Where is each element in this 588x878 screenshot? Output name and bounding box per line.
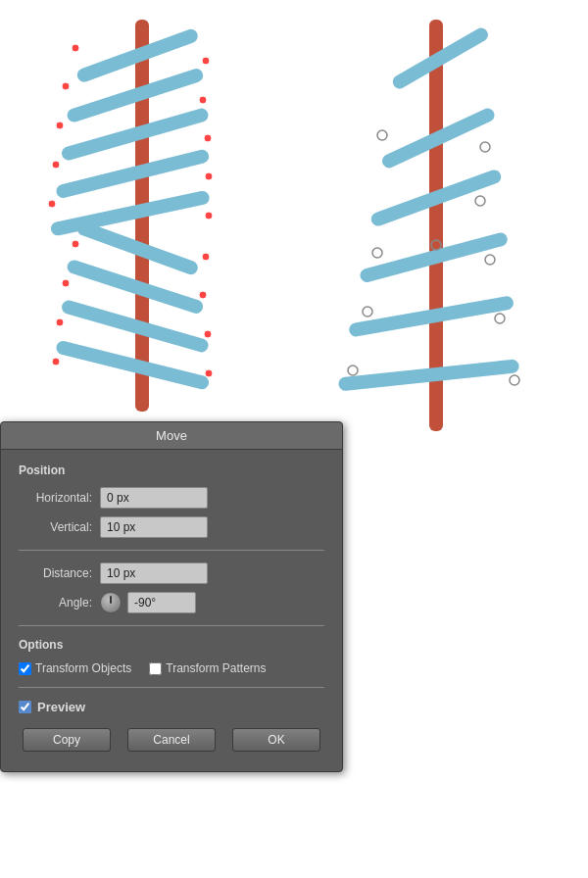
cancel-button[interactable]: Cancel (127, 728, 216, 752)
svg-rect-5 (50, 190, 211, 237)
horizontal-input[interactable] (100, 487, 208, 509)
svg-point-40 (363, 307, 372, 317)
transform-objects-checkbox[interactable] (19, 662, 31, 675)
preview-row: Preview (19, 700, 324, 714)
canvas-area (0, 0, 588, 431)
transform-patterns-text: Transform Patterns (166, 661, 266, 675)
svg-point-13 (199, 96, 207, 104)
transform-objects-text: Transform Objects (35, 661, 131, 675)
ok-button[interactable]: OK (232, 728, 320, 752)
svg-point-38 (372, 248, 382, 258)
svg-point-15 (204, 134, 212, 142)
position-section-label: Position (19, 463, 324, 477)
svg-point-14 (56, 122, 64, 129)
svg-point-27 (205, 369, 213, 377)
svg-point-42 (348, 366, 358, 375)
horizontal-label: Horizontal: (19, 491, 92, 505)
angle-input[interactable] (127, 592, 196, 613)
svg-point-37 (475, 196, 485, 206)
svg-point-10 (72, 44, 79, 52)
svg-point-20 (72, 240, 79, 248)
options-section: Options Transform Objects Transform Patt… (19, 638, 324, 675)
svg-point-22 (62, 279, 70, 287)
move-dialog: Move Position Horizontal: Vertical: Dist… (0, 421, 343, 772)
divider-3 (19, 687, 324, 688)
svg-point-36 (485, 255, 495, 265)
preview-checkbox[interactable] (19, 701, 31, 713)
transform-patterns-checkbox[interactable] (149, 662, 162, 675)
angle-label: Angle: (19, 596, 92, 610)
svg-point-39 (495, 314, 505, 323)
svg-point-12 (62, 82, 70, 90)
dialog-buttons: Copy Cancel OK (19, 728, 324, 752)
tree-left (44, 20, 240, 415)
divider-1 (19, 550, 324, 551)
angle-dial[interactable] (100, 592, 122, 613)
transform-objects-label[interactable]: Transform Objects (19, 661, 131, 675)
svg-point-19 (205, 212, 213, 220)
vertical-input[interactable] (100, 516, 208, 538)
svg-point-43 (377, 130, 387, 140)
svg-point-41 (510, 375, 519, 385)
divider-2 (19, 625, 324, 626)
svg-point-24 (56, 318, 64, 326)
dialog-title: Move (156, 428, 187, 443)
preview-label: Preview (37, 700, 85, 714)
svg-rect-34 (338, 359, 519, 391)
svg-point-26 (52, 358, 60, 366)
options-label: Options (19, 638, 324, 652)
angle-row: Angle: (19, 592, 324, 613)
dialog-body: Position Horizontal: Vertical: Distance:… (1, 450, 342, 771)
vertical-label: Vertical: (19, 520, 92, 534)
svg-point-18 (48, 200, 56, 208)
transform-patterns-label[interactable]: Transform Patterns (149, 661, 266, 675)
svg-point-25 (204, 330, 212, 338)
distance-row: Distance: (19, 562, 324, 584)
svg-point-44 (480, 142, 490, 152)
tree-right (328, 20, 544, 434)
horizontal-row: Horizontal: (19, 487, 324, 509)
svg-point-11 (202, 57, 210, 65)
svg-point-16 (52, 161, 60, 169)
svg-point-23 (199, 291, 207, 299)
svg-point-17 (205, 172, 213, 180)
distance-input[interactable] (100, 562, 208, 584)
options-row: Transform Objects Transform Patterns (19, 661, 324, 675)
distance-label: Distance: (19, 566, 92, 580)
svg-point-21 (202, 253, 210, 261)
vertical-row: Vertical: (19, 516, 324, 538)
copy-button[interactable]: Copy (23, 728, 111, 752)
dialog-title-bar: Move (1, 422, 342, 450)
